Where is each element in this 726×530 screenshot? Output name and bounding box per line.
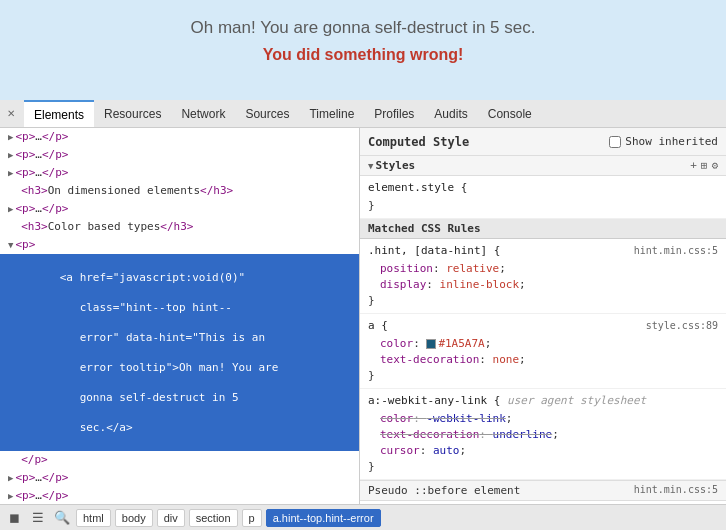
styles-section-header: ▼ Styles + ⊞ ⚙ xyxy=(360,156,726,176)
css-selector-a[interactable]: a { style.css:89 xyxy=(368,318,718,334)
preview-area: Oh man! You are gonna self-destruct in 5… xyxy=(0,0,726,100)
css-prop-color[interactable]: color: #1A5A7A; xyxy=(368,336,718,352)
dom-line[interactable]: <h3>On dimensioned elements</h3> xyxy=(0,182,359,200)
expand-icon: ▼ xyxy=(368,161,373,171)
breadcrumb-div[interactable]: div xyxy=(157,509,185,527)
dom-line[interactable]: ▼<p> xyxy=(0,236,359,254)
pseudo-label: Pseudo ::before element hint.min.css:5 xyxy=(360,480,726,501)
tab-console[interactable]: Console xyxy=(478,100,542,128)
breadcrumb-body[interactable]: body xyxy=(115,509,153,527)
tab-sources[interactable]: Sources xyxy=(235,100,299,128)
dom-line[interactable]: ▶<p>…</p> xyxy=(0,487,359,504)
css-source-a: style.css:89 xyxy=(646,318,718,334)
css-rule-webkit: a:-webkit-any-link { user agent styleshe… xyxy=(360,389,726,480)
add-style-icon[interactable]: + xyxy=(690,159,697,172)
css-selector-hint[interactable]: .hint, [data-hint] { hint.min.css:5 xyxy=(368,243,718,259)
devtools-body: ▶<p>…</p> ▶<p>…</p> ▶<p>…</p> <h3>On dim… xyxy=(0,128,726,504)
dom-line[interactable]: ▶<p>…</p> xyxy=(0,146,359,164)
dom-line-selected[interactable]: <a href="javascript:void(0)" class="hint… xyxy=(0,254,359,451)
tab-network[interactable]: Network xyxy=(171,100,235,128)
dom-line[interactable]: ▶<p>…</p> xyxy=(0,164,359,182)
css-source: hint.min.css:5 xyxy=(634,243,718,259)
close-button[interactable]: ✕ xyxy=(4,107,18,121)
dom-line[interactable]: ▶<p>…</p> xyxy=(0,200,359,218)
tab-profiles[interactable]: Profiles xyxy=(364,100,424,128)
css-prop[interactable]: display: inline-block; xyxy=(368,277,718,293)
toggle-icon[interactable]: ⊞ xyxy=(701,159,708,172)
devtools-tabs: ✕ Elements Resources Network Sources Tim… xyxy=(0,100,726,128)
css-rule-a: a { style.css:89 color: #1A5A7A; text-de… xyxy=(360,314,726,389)
user-agent-label: user agent stylesheet xyxy=(507,394,646,407)
tab-elements[interactable]: Elements xyxy=(24,100,94,128)
breadcrumb-section[interactable]: section xyxy=(189,509,238,527)
breadcrumb-html[interactable]: html xyxy=(76,509,111,527)
dom-line[interactable]: ▶<p>…</p> xyxy=(0,469,359,487)
styles-header: Computed Style Show inherited xyxy=(360,128,726,156)
dom-line[interactable]: ▶<p>…</p> xyxy=(0,128,359,146)
hierarchy-icon[interactable]: ☰ xyxy=(28,508,48,528)
pseudo-text: Pseudo ::before element xyxy=(368,484,520,497)
tab-audits[interactable]: Audits xyxy=(424,100,477,128)
stop-icon[interactable]: ◼ xyxy=(4,508,24,528)
bottom-bar: ◼ ☰ 🔍 html body div section p a.hint--to… xyxy=(0,504,726,530)
show-inherited-label[interactable]: Show inherited xyxy=(609,135,718,148)
css-prop-decoration[interactable]: text-decoration: none; xyxy=(368,352,718,368)
css-close-brace: } xyxy=(368,198,718,214)
tab-timeline[interactable]: Timeline xyxy=(299,100,364,128)
css-prop-webkit-decoration[interactable]: text-decoration: underline; xyxy=(368,427,718,443)
preview-title: Oh man! You are gonna self-destruct in 5… xyxy=(10,18,716,38)
element-style-rule: element.style { } xyxy=(360,176,726,219)
computed-style-label: Computed Style xyxy=(368,135,609,149)
search-icon[interactable]: 🔍 xyxy=(52,508,72,528)
dom-line[interactable]: <h3>Color based types</h3> xyxy=(0,218,359,236)
css-rule-hint: .hint, [data-hint] { hint.min.css:5 posi… xyxy=(360,239,726,314)
matched-css-rules-label: Matched CSS Rules xyxy=(360,219,726,239)
breadcrumb-p[interactable]: p xyxy=(242,509,262,527)
color-swatch xyxy=(426,339,436,349)
css-selector[interactable]: element.style { xyxy=(368,180,718,196)
tab-resources[interactable]: Resources xyxy=(94,100,171,128)
breadcrumb-active[interactable]: a.hint--top.hint--error xyxy=(266,509,381,527)
styles-section-title: Styles xyxy=(375,159,690,172)
dom-line[interactable]: </p> xyxy=(0,451,359,469)
dom-panel: ▶<p>…</p> ▶<p>…</p> ▶<p>…</p> <h3>On dim… xyxy=(0,128,360,504)
preview-subtitle: You did something wrong! xyxy=(10,46,716,64)
settings-icon[interactable]: ⚙ xyxy=(711,159,718,172)
css-prop[interactable]: position: relative; xyxy=(368,261,718,277)
show-inherited-checkbox[interactable] xyxy=(609,136,621,148)
styles-toolbar: + ⊞ ⚙ xyxy=(690,159,718,172)
pseudo-source: hint.min.css:5 xyxy=(634,484,718,495)
styles-panel: Computed Style Show inherited ▼ Styles +… xyxy=(360,128,726,504)
css-prop-webkit-color[interactable]: color: -webkit-link; xyxy=(368,411,718,427)
css-prop-webkit-cursor[interactable]: cursor: auto; xyxy=(368,443,718,459)
css-selector-webkit[interactable]: a:-webkit-any-link { user agent styleshe… xyxy=(368,393,718,409)
